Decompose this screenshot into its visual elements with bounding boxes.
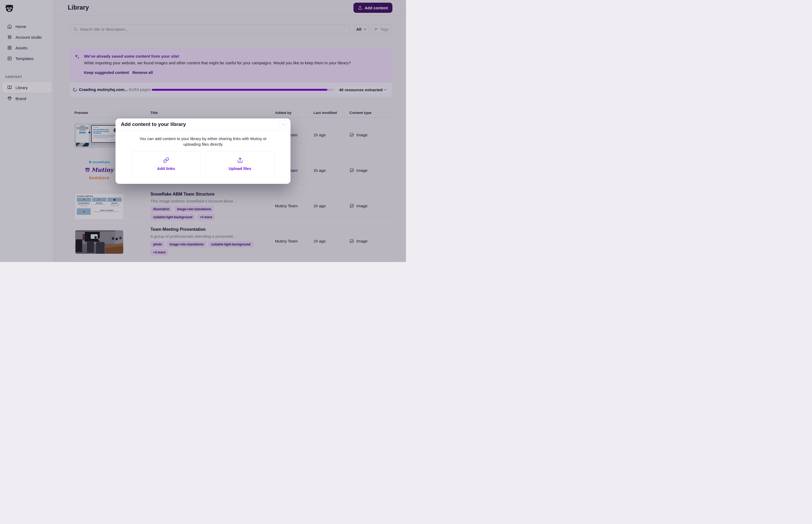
upload-files-card[interactable]: Upload files	[206, 151, 275, 177]
upload-icon	[237, 157, 243, 163]
add-content-modal: Add content to your library You can add …	[116, 118, 291, 184]
add-links-label: Add links	[157, 166, 175, 171]
modal-description: You can add content to your library by e…	[138, 136, 268, 147]
link-icon	[163, 157, 169, 163]
add-links-card[interactable]: Add links	[132, 151, 201, 177]
modal-close-button[interactable]	[280, 120, 287, 128]
close-icon	[282, 123, 285, 126]
upload-files-label: Upload files	[229, 166, 251, 171]
modal-title: Add content to your library	[121, 121, 186, 127]
